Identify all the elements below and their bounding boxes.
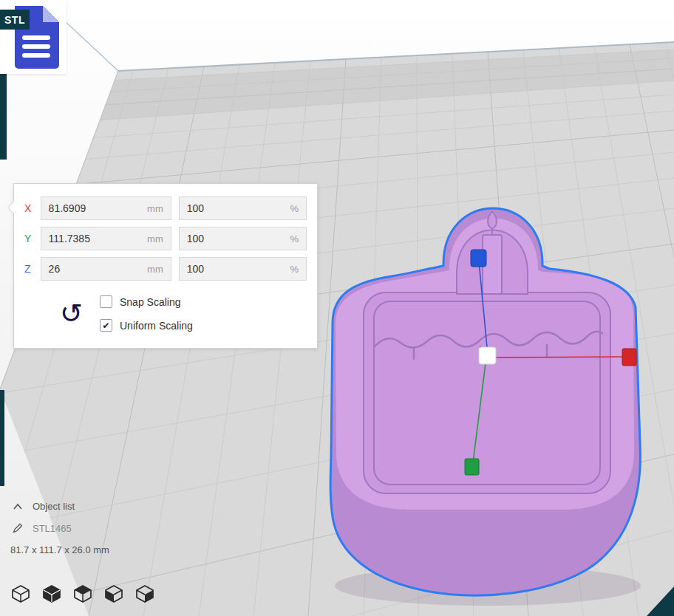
gizmo-handle-y[interactable]: [465, 459, 479, 475]
z-size-input[interactable]: 26 mm: [41, 257, 171, 281]
reset-scale-icon: ↺: [60, 298, 83, 329]
scale-row-y: Y 111.7385 mm 100 %: [24, 227, 307, 250]
axis-z-label: Z: [24, 263, 41, 275]
x-size-input[interactable]: 81.6909 mm: [41, 196, 171, 220]
object-dimensions: 81.7 x 111.7 x 26.0 mm: [10, 544, 222, 555]
camera-view-right-button[interactable]: [135, 584, 155, 604]
uniform-scaling-label: Uniform Scaling: [120, 320, 193, 332]
camera-view-toolbar: [10, 584, 155, 604]
uniform-scaling-option[interactable]: ✔ Uniform Scaling: [100, 319, 193, 332]
application-window: STL X 81.6909 mm 100 % Y 111.7385 mm 100…: [0, 0, 674, 616]
object-list-panel: Object list STL1465 81.7 x 111.7 x 26.0 …: [0, 501, 222, 555]
gizmo-handle-center[interactable]: [479, 347, 496, 364]
panel-pointer: [9, 202, 14, 213]
scale-row-x: X 81.6909 mm 100 %: [24, 196, 307, 220]
snap-scaling-option[interactable]: Snap Scaling: [100, 295, 193, 308]
camera-view-front-button[interactable]: [41, 584, 62, 604]
gizmo-handle-x[interactable]: [622, 349, 636, 366]
stl-file-tile[interactable]: STL: [0, 0, 67, 74]
stl-badge: STL: [0, 10, 30, 30]
axis-x-label: X: [24, 202, 41, 214]
camera-view-front-icon: [42, 584, 61, 603]
object-list-item[interactable]: STL1465: [12, 522, 222, 534]
object-list-chevron-icon: [12, 502, 24, 511]
object-name: STL1465: [33, 523, 72, 534]
camera-view-left-icon: [104, 584, 123, 603]
snap-scaling-label: Snap Scaling: [120, 296, 181, 308]
z-percent-input[interactable]: 100 %: [179, 257, 307, 281]
y-size-input[interactable]: 111.7385 mm: [41, 227, 171, 250]
uniform-scaling-checkbox[interactable]: ✔: [100, 319, 112, 332]
camera-view-top-button[interactable]: [72, 584, 93, 604]
x-percent-input[interactable]: 100 %: [179, 196, 307, 220]
camera-view-3d-icon: [11, 584, 30, 603]
axis-y-label: Y: [24, 233, 41, 244]
y-percent-input[interactable]: 100 %: [179, 227, 307, 250]
object-list-header[interactable]: Object list: [12, 501, 222, 512]
snap-scaling-checkbox[interactable]: [100, 295, 112, 308]
camera-view-right-icon: [135, 584, 154, 603]
camera-view-top-icon: [73, 584, 92, 603]
edit-pencil-icon: [12, 522, 24, 534]
scale-tool-panel: X 81.6909 mm 100 % Y 111.7385 mm 100 % Z: [13, 183, 318, 349]
reset-scale-button[interactable]: ↺: [60, 301, 92, 327]
gizmo-handle-z[interactable]: [471, 250, 486, 267]
scale-row-z: Z 26 mm 100 %: [24, 257, 307, 281]
camera-view-left-button[interactable]: [103, 584, 124, 604]
camera-view-3d-button[interactable]: [10, 584, 31, 604]
